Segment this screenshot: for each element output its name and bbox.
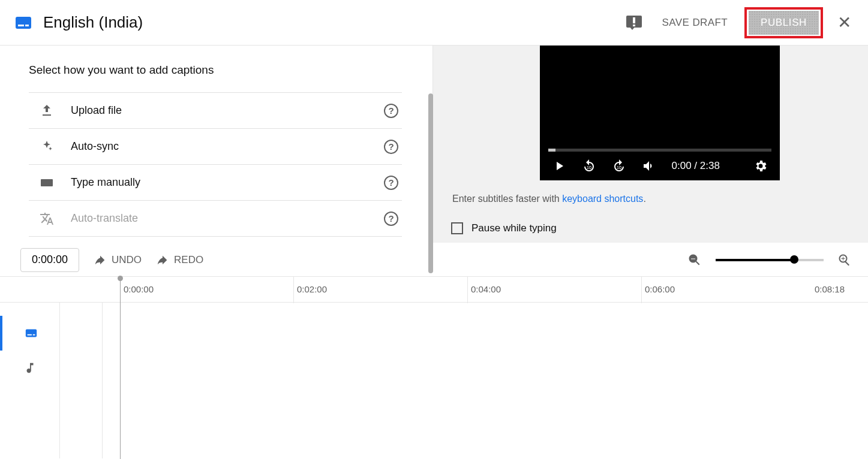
volume-icon[interactable] [638, 155, 660, 177]
option-label: Auto-sync [71, 140, 119, 153]
pause-while-typing-checkbox[interactable] [451, 222, 463, 234]
publish-highlight: PUBLISH [744, 7, 823, 38]
caption-track-button[interactable] [0, 316, 60, 351]
zoom-slider[interactable] [716, 259, 824, 261]
option-label: Auto-translate [71, 212, 138, 225]
save-draft-button[interactable]: SAVE DRAFT [659, 16, 731, 29]
caption-method-pane: Select how you want to add captions Uplo… [0, 46, 433, 243]
pause-while-typing-label: Pause while typing [471, 222, 557, 234]
timeline-toolbar: UNDO REDO [0, 243, 868, 276]
svg-text:10: 10 [587, 165, 591, 170]
option-type-manually[interactable]: Type manually ? [29, 165, 402, 201]
help-icon[interactable]: ? [384, 176, 398, 190]
page-title: English (India) [43, 13, 143, 32]
help-icon[interactable]: ? [384, 104, 398, 118]
audio-track-button[interactable] [0, 351, 60, 385]
timeline-ruler[interactable]: 0:00:00 0:02:00 0:04:00 0:06:00 0:08:18 [0, 276, 868, 303]
subtitle-icon [16, 17, 31, 29]
settings-gear-icon[interactable] [750, 155, 771, 177]
current-time-input[interactable] [20, 248, 79, 272]
forward-10-icon[interactable]: 10 [608, 155, 630, 177]
option-upload-file[interactable]: Upload file ? [29, 93, 402, 129]
timeline-tick: 0:08:18 [815, 284, 845, 294]
zoom-out-icon[interactable] [687, 252, 702, 268]
header-bar: English (India) SAVE DRAFT PUBLISH ✕ [0, 0, 868, 46]
svg-rect-6 [32, 334, 35, 336]
feedback-icon[interactable] [626, 16, 642, 30]
caption-method-heading: Select how you want to add captions [29, 64, 433, 77]
timeline-tick: 0:06:00 [645, 284, 675, 294]
rewind-10-icon[interactable]: 10 [578, 155, 600, 177]
sparkle-icon [40, 140, 54, 154]
option-auto-translate: Auto-translate ? [29, 201, 402, 237]
keyboard-shortcuts-link[interactable]: keyboard shortcuts [562, 194, 643, 204]
video-preview[interactable]: 10 10 0:00 / 2:38 [540, 46, 780, 180]
option-auto-sync[interactable]: Auto-sync ? [29, 129, 402, 165]
keyboard-icon [40, 176, 54, 190]
undo-button[interactable]: UNDO [94, 253, 142, 267]
play-icon[interactable] [548, 155, 570, 177]
timeline-tick: 0:04:00 [471, 284, 501, 294]
help-icon[interactable]: ? [384, 212, 398, 226]
video-time: 0:00 / 2:38 [672, 160, 720, 172]
timeline-tick: 0:02:00 [297, 284, 327, 294]
caption-method-list: Upload file ? Auto-sync ? Type manually … [29, 92, 402, 237]
option-label: Type manually [71, 176, 140, 189]
redo-button[interactable]: REDO [156, 253, 203, 267]
translate-icon [40, 212, 54, 226]
timeline-canvas[interactable] [60, 303, 868, 458]
option-label: Upload file [71, 104, 122, 117]
track-rail [0, 303, 60, 458]
zoom-in-icon[interactable] [837, 252, 852, 268]
timeline-tick: 0:00:00 [124, 284, 154, 294]
svg-rect-5 [27, 334, 31, 336]
shortcut-tip: Enter subtitles faster with keyboard sho… [452, 194, 868, 204]
svg-text:10: 10 [617, 165, 621, 170]
upload-icon [40, 104, 54, 118]
close-icon[interactable]: ✕ [834, 9, 855, 36]
publish-button[interactable]: PUBLISH [749, 11, 819, 35]
scrollbar[interactable] [428, 93, 433, 273]
help-icon[interactable]: ? [384, 140, 398, 154]
svg-rect-4 [25, 330, 36, 337]
preview-pane: 10 10 0:00 / 2:38 Enter subtitles faster… [433, 46, 868, 243]
